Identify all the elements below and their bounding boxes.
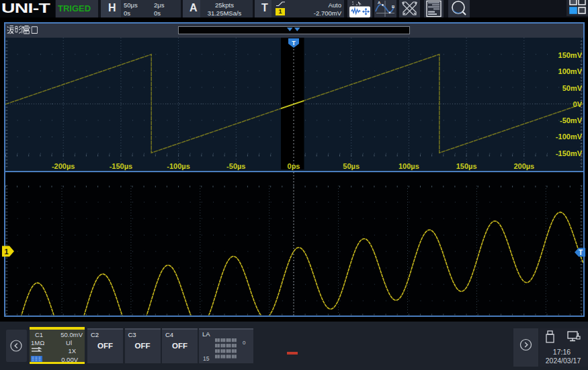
svg-text:200µs: 200µs [513, 162, 534, 170]
svg-text:-50mV: -50mV [560, 116, 583, 124]
svg-text:T: T [579, 249, 583, 256]
svg-text:-150mV: -150mV [556, 149, 583, 157]
svg-text:0V: 0V [573, 100, 583, 108]
svg-text:1: 1 [4, 248, 8, 256]
svg-text:150µs: 150µs [456, 162, 477, 170]
svg-text:T: T [292, 40, 296, 46]
svg-text:-100mV: -100mV [556, 133, 583, 141]
svg-text:50mV: 50mV [562, 84, 583, 92]
svg-text:0ps: 0ps [288, 162, 300, 170]
svg-text:-50µs: -50µs [226, 162, 245, 170]
svg-text:-150µs: -150µs [110, 162, 132, 170]
svg-text:50µs: 50µs [343, 162, 360, 170]
svg-text:-200µs: -200µs [52, 162, 75, 170]
svg-text:150mV: 150mV [558, 51, 583, 59]
svg-text:100µs: 100µs [398, 162, 419, 170]
svg-text:100mV: 100mV [558, 67, 583, 75]
svg-text:-100µs: -100µs [167, 162, 190, 170]
